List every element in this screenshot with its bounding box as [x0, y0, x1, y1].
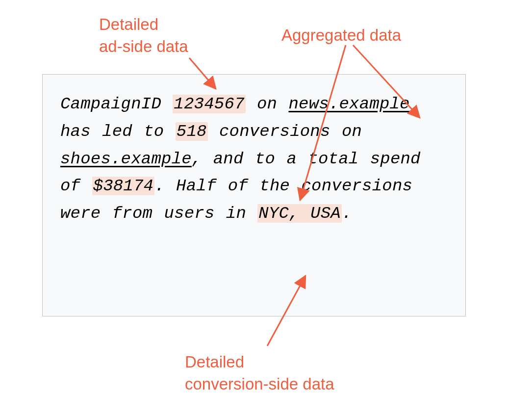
text-fragment: conversions on	[208, 122, 362, 141]
example-text-box: CampaignID 1234567 on news.example has l…	[42, 74, 466, 316]
label-ad-side-line2: ad-side data	[99, 37, 188, 55]
highlight-conversions: 518	[176, 122, 208, 141]
label-aggregated: Aggregated data	[281, 25, 401, 47]
link-advertiser-domain: shoes.example	[60, 150, 192, 168]
label-conversion-side-line2: conversion-side data	[185, 375, 334, 393]
text-fragment: has led to	[60, 122, 176, 141]
label-conversion-side-line1: Detailed	[185, 353, 244, 371]
label-conversion-side: Detailed conversion-side data	[185, 351, 334, 395]
text-fragment: CampaignID	[60, 95, 173, 113]
label-ad-side-line1: Detailed	[99, 15, 158, 33]
text-fragment: on	[246, 95, 289, 113]
highlight-geo: NYC, USA	[257, 204, 342, 223]
highlight-campaign-id: 1234567	[173, 95, 245, 113]
label-ad-side: Detailed ad-side data	[99, 14, 188, 57]
highlight-spend: $38174	[92, 177, 155, 195]
text-fragment: .	[342, 204, 352, 223]
example-sentence: CampaignID 1234567 on news.example has l…	[60, 91, 448, 228]
link-publisher-domain: news.example	[288, 95, 409, 113]
